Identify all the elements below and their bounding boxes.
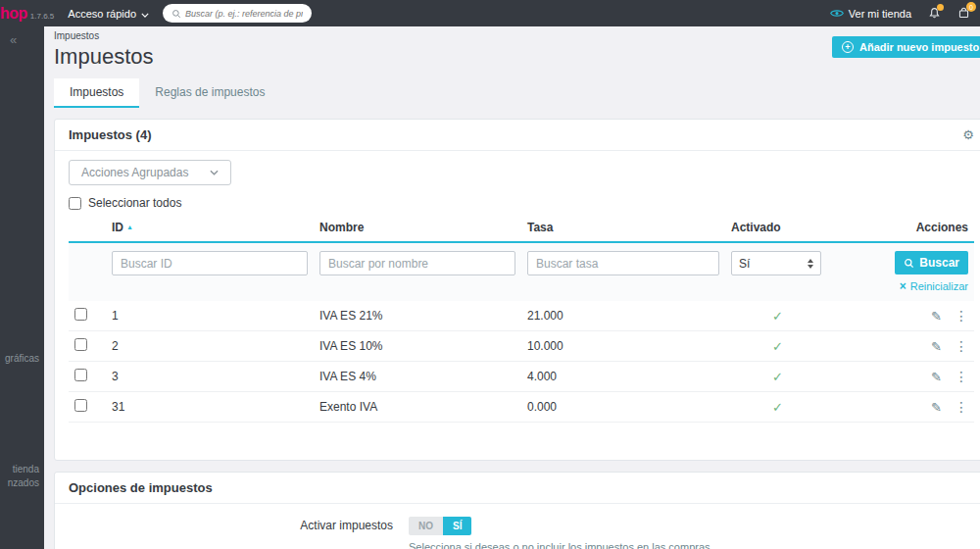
logo-version: 1.7.6.5 xyxy=(30,12,54,21)
cell-rate: 10.000 xyxy=(521,331,725,362)
cell-rate: 21.000 xyxy=(521,301,725,331)
select-all-checkbox[interactable] xyxy=(69,197,81,210)
taxes-panel-title: Impuestos (4) xyxy=(69,127,152,142)
tax-options-title: Opciones de impuestos xyxy=(69,480,213,495)
bell-badge xyxy=(937,4,944,11)
filter-reset-link[interactable]: × Reinicializar xyxy=(900,279,968,293)
cell-name: Exento IVA xyxy=(314,392,521,423)
topbar: hop 1.7.6.5 Acceso rápido Ver mi tienda xyxy=(0,0,980,26)
filter-enabled-select[interactable]: Sí xyxy=(731,251,821,275)
logo-text: hop xyxy=(0,5,27,23)
global-search-input[interactable] xyxy=(185,9,303,19)
enabled-check-icon[interactable]: ✓ xyxy=(772,309,783,324)
taxes-panel: Impuestos (4) ⚙ Acciones Agrupadas Selec… xyxy=(54,119,980,461)
taxes-panel-header: Impuestos (4) ⚙ xyxy=(55,120,980,151)
enabled-check-icon[interactable]: ✓ xyxy=(772,339,783,354)
grid-settings-gear-icon[interactable]: ⚙ xyxy=(962,127,974,142)
eye-icon xyxy=(830,9,844,18)
filter-rate-input[interactable] xyxy=(527,251,719,275)
filter-search-button[interactable]: Buscar xyxy=(895,251,968,274)
enable-taxes-help: Selecciona si deseas o no incluir los im… xyxy=(409,541,974,549)
enable-taxes-label: Activar impuestos xyxy=(69,516,409,549)
select-all-row: Seleccionar todos xyxy=(69,196,974,210)
filter-empty-cell xyxy=(69,242,106,301)
row-checkbox[interactable] xyxy=(74,369,87,381)
sort-asc-icon: ▲ xyxy=(126,224,133,230)
tax-options-header: Opciones de impuestos xyxy=(55,473,980,504)
row-checkbox[interactable] xyxy=(74,308,87,321)
column-header-actions: Acciones xyxy=(902,216,974,242)
filter-actions: Buscar × Reinicializar xyxy=(907,251,968,293)
page-tabs: Impuestos Reglas de impuestos xyxy=(54,78,980,108)
edit-icon[interactable]: ✎ xyxy=(931,400,942,415)
cell-name: IVA ES 21% xyxy=(314,301,521,331)
sidebar-collapse-button[interactable]: « xyxy=(0,26,44,47)
tax-options-panel: Opciones de impuestos Activar impuestos … xyxy=(54,472,980,549)
row-menu-dots-icon[interactable]: ⋮ xyxy=(955,399,968,415)
global-search[interactable] xyxy=(163,4,312,23)
cell-name: IVA ES 4% xyxy=(314,362,521,392)
filter-enabled-value: Sí xyxy=(739,257,750,271)
chevron-down-icon xyxy=(141,8,149,20)
tab-tax-rules[interactable]: Reglas de impuestos xyxy=(139,78,280,108)
column-header-name[interactable]: Nombre xyxy=(314,216,521,242)
orders-notifications-button[interactable]: 0 xyxy=(957,7,970,20)
orders-badge: 0 xyxy=(966,2,976,12)
close-icon: × xyxy=(900,279,906,293)
sidebar-item-partial-1[interactable]: gráficas xyxy=(5,353,39,364)
column-header-enabled[interactable]: Activado xyxy=(725,216,902,242)
plus-circle-icon: + xyxy=(842,41,854,53)
filter-reset-label: Reinicializar xyxy=(910,280,968,292)
quick-access-label: Acceso rápido xyxy=(68,8,136,20)
quick-access-menu[interactable]: Acceso rápido xyxy=(68,8,149,20)
column-header-checkbox xyxy=(69,216,106,242)
bulk-actions-dropdown[interactable]: Acciones Agrupadas xyxy=(69,160,231,185)
edit-icon[interactable]: ✎ xyxy=(931,309,942,324)
tax-options-form: Activar impuestos NO SÍ Selecciona si de… xyxy=(55,504,980,549)
edit-icon[interactable]: ✎ xyxy=(931,370,942,384)
table-row[interactable]: 3 IVA ES 4% 4.000 ✓ ✎⋮ xyxy=(69,362,974,392)
row-menu-dots-icon[interactable]: ⋮ xyxy=(955,369,968,384)
row-checkbox[interactable] xyxy=(74,399,87,412)
sidebar: « gráficas tienda nzados xyxy=(0,26,44,549)
table-row[interactable]: 31 Exento IVA 0.000 ✓ ✎⋮ xyxy=(69,392,974,423)
topbar-right: Ver mi tienda 0 xyxy=(830,7,970,20)
column-header-id[interactable]: ID▲ xyxy=(106,216,314,242)
filter-id-input[interactable] xyxy=(112,251,308,275)
prestashop-logo: hop 1.7.6.5 xyxy=(0,5,54,23)
cell-id: 3 xyxy=(106,362,314,392)
cell-rate: 4.000 xyxy=(521,362,725,392)
search-icon xyxy=(172,9,181,19)
add-new-tax-label: Añadir nuevo impuesto xyxy=(859,41,979,53)
cell-rate: 0.000 xyxy=(521,392,725,423)
edit-icon[interactable]: ✎ xyxy=(931,339,942,354)
main-content: Impuestos Impuestos + Añadir nuevo impue… xyxy=(44,26,980,549)
toggle-no-option[interactable]: NO xyxy=(409,517,443,535)
add-new-tax-button[interactable]: + Añadir nuevo impuesto xyxy=(832,36,980,58)
cell-id: 2 xyxy=(106,331,314,362)
column-header-rate[interactable]: Tasa xyxy=(521,216,725,242)
toggle-yes-option[interactable]: SÍ xyxy=(443,517,471,535)
enabled-check-icon[interactable]: ✓ xyxy=(772,400,783,415)
bulk-actions-label: Acciones Agrupadas xyxy=(81,166,188,179)
notifications-bell-button[interactable] xyxy=(928,7,941,20)
row-checkbox[interactable] xyxy=(74,338,87,351)
taxes-table: ID▲ Nombre Tasa Activado Acciones xyxy=(69,216,974,423)
cell-id: 1 xyxy=(106,301,314,331)
enabled-check-icon[interactable]: ✓ xyxy=(772,370,783,384)
view-shop-label: Ver mi tienda xyxy=(849,8,911,20)
search-icon xyxy=(904,258,914,269)
taxes-panel-body: Acciones Agrupadas Seleccionar todos xyxy=(55,151,980,460)
cell-id: 31 xyxy=(106,392,314,423)
tab-taxes[interactable]: Impuestos xyxy=(54,78,139,108)
filter-row: Sí Buscar xyxy=(69,242,974,301)
view-shop-link[interactable]: Ver mi tienda xyxy=(830,8,911,20)
row-menu-dots-icon[interactable]: ⋮ xyxy=(955,338,968,354)
chevron-down-icon xyxy=(210,170,219,175)
sidebar-item-partial-2[interactable]: tienda xyxy=(13,464,39,474)
sidebar-item-partial-3[interactable]: nzados xyxy=(8,477,39,488)
table-row[interactable]: 2 IVA ES 10% 10.000 ✓ ✎⋮ xyxy=(69,331,974,362)
table-row[interactable]: 1 IVA ES 21% 21.000 ✓ ✎⋮ xyxy=(69,301,974,331)
filter-name-input[interactable] xyxy=(319,251,515,275)
row-menu-dots-icon[interactable]: ⋮ xyxy=(955,308,968,324)
